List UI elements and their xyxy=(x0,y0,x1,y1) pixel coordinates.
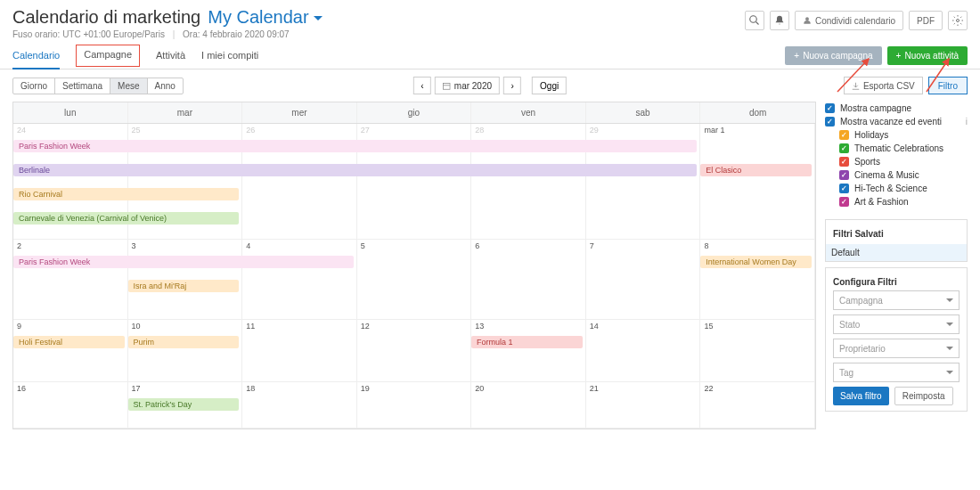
calendar-cell[interactable]: 13 xyxy=(471,320,586,381)
gear-icon xyxy=(952,15,963,26)
category-checkbox[interactable]: Art & Fashion xyxy=(839,195,968,208)
show-campaigns-checkbox[interactable]: Mostra campagne xyxy=(825,102,968,115)
calendar-cell[interactable]: 5 xyxy=(357,240,472,319)
category-checkbox[interactable]: Thematic Celebrations xyxy=(839,142,968,155)
view-day[interactable]: Giorno xyxy=(13,78,55,94)
new-campaign-button[interactable]: +Nuova campagna xyxy=(785,46,881,65)
calendar-cell[interactable]: 9 xyxy=(13,320,128,381)
calendar-cell[interactable]: 12 xyxy=(357,320,472,381)
day-number: 8 xyxy=(704,241,811,250)
calendar-cell[interactable]: 2 xyxy=(13,240,128,319)
next-month-button[interactable]: › xyxy=(503,77,521,94)
day-number: 22 xyxy=(704,384,811,393)
day-header: ven xyxy=(471,102,586,123)
checkbox-label: Mostra campagne xyxy=(840,103,911,113)
day-number: 18 xyxy=(246,384,353,393)
calendar-cell[interactable]: 8 xyxy=(700,240,815,319)
filter-select[interactable]: Tag xyxy=(833,363,960,382)
svg-point-2 xyxy=(805,17,809,20)
prev-month-button[interactable]: ‹ xyxy=(413,77,431,94)
checkbox-icon xyxy=(839,184,849,193)
calendar-cell[interactable]: 10 xyxy=(128,320,243,381)
calendar-cell[interactable]: mar 1 xyxy=(700,124,815,239)
view-month[interactable]: Mese xyxy=(110,78,147,94)
calendar-cell[interactable]: 21 xyxy=(586,382,701,428)
filter-button[interactable]: Filtro xyxy=(928,77,968,94)
date-label: mar 2020 xyxy=(454,81,492,91)
calendar-grid: lunmarmergiovensabdom 242526272829mar 1P… xyxy=(12,102,816,429)
category-checkbox[interactable]: Cinema & Music xyxy=(839,168,968,182)
calendar-event[interactable]: Berlinale xyxy=(13,164,697,176)
calendar-event[interactable]: Rio Carnival xyxy=(13,188,239,200)
view-week[interactable]: Settimana xyxy=(55,78,110,94)
share-calendar-button[interactable]: Condividi calendario xyxy=(795,11,903,30)
day-number: 14 xyxy=(590,322,697,331)
calendar-event[interactable]: Holi Festival xyxy=(13,336,125,348)
category-checkbox[interactable]: Hi-Tech & Science xyxy=(839,182,968,195)
configure-filters-title: Configura Filtri xyxy=(833,274,960,290)
day-number: 15 xyxy=(704,322,811,331)
tab-compiti[interactable]: I miei compiti xyxy=(201,43,258,69)
day-header: mer xyxy=(242,102,357,123)
export-csv-button[interactable]: Esporta CSV xyxy=(844,77,923,94)
calendar-cell[interactable]: 16 xyxy=(13,382,128,428)
settings-button[interactable] xyxy=(948,11,968,30)
category-label: Cinema & Music xyxy=(854,170,919,180)
view-year[interactable]: Anno xyxy=(148,78,183,94)
calendar-cell[interactable]: 15 xyxy=(700,320,815,381)
category-label: Sports xyxy=(854,157,880,167)
calendar-event[interactable]: Isra and Mi'Raj xyxy=(128,280,240,292)
day-number: 29 xyxy=(590,126,697,135)
calendar-cell[interactable]: 22 xyxy=(700,382,815,428)
filter-select[interactable]: Proprietario xyxy=(833,339,960,358)
day-number: mar 1 xyxy=(704,126,811,135)
checkbox-icon xyxy=(825,117,835,127)
search-button[interactable] xyxy=(745,11,764,30)
calendar-event[interactable]: International Women Day xyxy=(700,256,812,268)
checkbox-icon xyxy=(839,157,849,167)
calendar-cell[interactable]: 19 xyxy=(357,382,472,428)
filter-select[interactable]: Stato xyxy=(833,314,960,334)
tab-campagne[interactable]: Campagne xyxy=(76,45,140,67)
save-filter-button[interactable]: Salva filtro xyxy=(833,387,889,405)
calendar-event[interactable]: Paris Fashion Week xyxy=(13,140,697,152)
tab-attivita[interactable]: Attività xyxy=(156,43,185,69)
svg-line-1 xyxy=(755,22,758,25)
category-checkbox[interactable]: Sports xyxy=(839,155,968,168)
today-button[interactable]: Oggi xyxy=(532,77,567,94)
calendar-cell[interactable]: 11 xyxy=(242,320,357,381)
day-number: 21 xyxy=(590,384,697,393)
new-campaign-label: Nuova campagna xyxy=(803,51,872,61)
calendar-event[interactable]: Purim xyxy=(128,336,240,348)
calendar-event[interactable]: Formula 1 xyxy=(471,336,583,348)
day-number: 27 xyxy=(361,126,468,135)
calendar-selector[interactable]: My Calendar xyxy=(208,7,323,28)
date-picker[interactable]: mar 2020 xyxy=(435,77,500,94)
svg-rect-4 xyxy=(444,83,451,89)
day-number: 9 xyxy=(17,322,124,331)
calendar-cell[interactable]: 20 xyxy=(471,382,586,428)
category-checkbox[interactable]: Holidays xyxy=(839,128,968,142)
calendar-event[interactable]: Carnevale di Venezia (Carnival of Venice… xyxy=(13,212,239,225)
calendar-event[interactable]: El Clasico xyxy=(700,164,812,176)
show-events-checkbox[interactable]: Mostra vacanze ed eventi i xyxy=(825,115,968,128)
calendar-cell[interactable]: 6 xyxy=(471,240,586,319)
day-header: gio xyxy=(357,102,472,123)
day-header: mar xyxy=(128,102,243,123)
calendar-cell[interactable]: 4 xyxy=(242,240,357,319)
day-number: 7 xyxy=(590,241,697,250)
tab-calendario[interactable]: Calendario xyxy=(12,43,60,69)
calendar-event[interactable]: Paris Fashion Week xyxy=(13,256,354,268)
filter-select[interactable]: Campagna xyxy=(833,290,960,310)
reset-filter-button[interactable]: Reimposta xyxy=(894,387,953,405)
default-filter[interactable]: Default xyxy=(826,244,967,261)
day-number: 17 xyxy=(132,384,239,393)
pdf-button[interactable]: PDF xyxy=(909,11,943,30)
new-activity-button[interactable]: +Nuova attività xyxy=(887,46,968,65)
notifications-button[interactable] xyxy=(770,11,789,30)
calendar-event[interactable]: St. Patrick's Day xyxy=(128,398,240,411)
calendar-cell[interactable]: 7 xyxy=(586,240,701,319)
calendar-cell[interactable]: 14 xyxy=(586,320,701,381)
day-number: 6 xyxy=(475,241,582,250)
calendar-cell[interactable]: 18 xyxy=(242,382,357,428)
